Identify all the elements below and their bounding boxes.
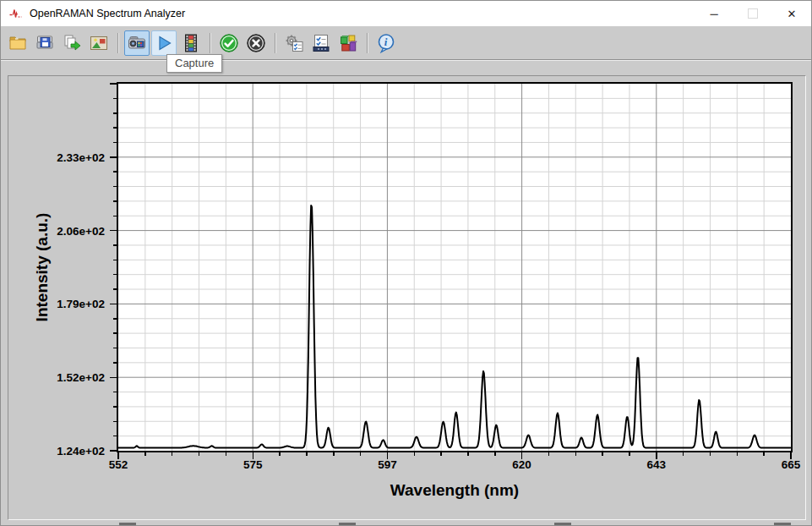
cancel-button[interactable] <box>243 30 269 56</box>
spectrum-plot[interactable] <box>117 82 793 452</box>
capture-button[interactable] <box>151 30 177 56</box>
minimize-icon: ─ <box>710 8 717 20</box>
toolbar: i <box>1 26 811 60</box>
x-tick-label: 643 <box>647 458 667 471</box>
y-tick-label: 1.52e+02 <box>57 371 105 384</box>
cancel-icon <box>246 33 266 53</box>
x-tick-label: 575 <box>243 458 263 471</box>
minimize-button[interactable]: ─ <box>695 1 733 26</box>
export-icon <box>62 33 82 53</box>
x-tick-label: 597 <box>378 458 397 471</box>
x-axis-tick-labels: 552 575 597 620 643 665 <box>118 458 791 474</box>
save-icon <box>35 33 55 53</box>
toolbar-separator <box>117 33 118 53</box>
toolbar-separator <box>367 33 368 53</box>
close-button[interactable]: ✕ <box>772 1 811 26</box>
checklist-icon <box>311 33 331 53</box>
y-tick-label: 1.79e+02 <box>57 298 105 310</box>
x-axis-title: Wavelength (nm) <box>390 481 519 500</box>
y-tick-label: 2.06e+02 <box>57 224 105 237</box>
info-icon: i <box>376 33 396 53</box>
display-options-button[interactable] <box>335 30 361 56</box>
clipped-text-fragment <box>119 523 136 525</box>
title-bar: OpenRAMAN Spectrum Analyzer ─ ✕ <box>1 1 811 26</box>
toolbar-separator <box>210 33 210 53</box>
folder-open-icon <box>8 33 28 53</box>
window-title: OpenRAMAN Spectrum Analyzer <box>30 8 185 19</box>
about-button[interactable]: i <box>373 30 399 56</box>
open-button[interactable] <box>5 30 30 56</box>
processing-options-button[interactable] <box>308 30 334 56</box>
film-icon <box>181 33 201 53</box>
clipped-text-fragment <box>554 523 571 525</box>
y-tick-label: 2.33e+02 <box>57 151 105 163</box>
image-icon <box>89 33 109 53</box>
x-tick-label: 620 <box>512 458 531 471</box>
y-tick-label: 1.24e+02 <box>57 445 105 458</box>
blocks-icon <box>338 33 358 53</box>
app-window: OpenRAMAN Spectrum Analyzer ─ ✕ <box>0 0 812 526</box>
camera-icon <box>127 33 147 53</box>
clipped-text-fragment <box>339 523 356 525</box>
acquisition-settings-button[interactable] <box>281 30 307 56</box>
accept-icon <box>219 33 239 53</box>
svg-text:i: i <box>384 36 388 48</box>
app-icon <box>8 7 23 21</box>
y-axis-title: Intensity (a.u.) <box>33 213 52 322</box>
clipped-text-fragment <box>774 523 791 525</box>
image-button[interactable] <box>86 30 112 56</box>
x-tick-label: 665 <box>782 458 801 471</box>
close-icon: ✕ <box>787 8 797 20</box>
video-button[interactable] <box>178 30 204 56</box>
settings-icon <box>284 33 304 53</box>
maximize-button[interactable] <box>733 1 772 26</box>
y-axis-ticks <box>109 84 117 451</box>
chart-panel: 2.33e+02 2.06e+02 1.79e+02 1.52e+02 1.24… <box>8 75 806 520</box>
toolbar-separator <box>275 33 275 53</box>
capture-tooltip: Capture <box>166 54 222 73</box>
maximize-icon <box>748 8 758 19</box>
export-button[interactable] <box>59 30 84 56</box>
y-axis-tick-labels: 2.33e+02 2.06e+02 1.79e+02 1.52e+02 1.24… <box>8 84 105 451</box>
x-tick-label: 552 <box>109 458 128 471</box>
accept-button[interactable] <box>216 30 242 56</box>
save-button[interactable] <box>32 30 57 56</box>
play-icon <box>154 33 174 53</box>
camera-button[interactable] <box>124 30 150 56</box>
